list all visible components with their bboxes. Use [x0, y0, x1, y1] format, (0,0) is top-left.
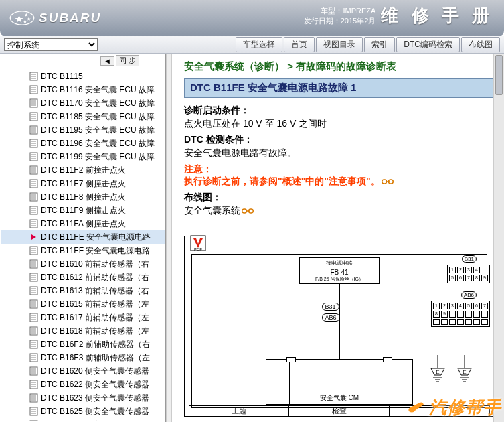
tree-item-DTCB1613[interactable]: DTC B1613 前辅助传感器（右 — [1, 284, 165, 297]
tree-item-DTCB1620[interactable]: DTC B1620 侧安全气囊传感器 — [1, 364, 165, 378]
link-icon[interactable] — [242, 207, 254, 215]
tree-item-DTCB11FA[interactable]: DTC B11FA 侧撞击点火 — [1, 217, 165, 230]
tree-item-DTCB1610[interactable]: DTC B1610 前辅助传感器（右 — [1, 257, 165, 271]
nav-首页[interactable]: 首页 — [284, 37, 315, 52]
tree-item-DTCB11F2[interactable]: DTC B11F2 前撞击点火 — [1, 163, 165, 177]
page-title: DTC B11FE 安全气囊电源电路故障 1 — [184, 78, 495, 98]
pinout-ab6: 123456789 — [431, 301, 490, 327]
header-meta: 车型：IMPREZA 发行日期：2015年2月 维 修 手 册 — [304, 4, 493, 27]
diag-start-text: 点火电压处在 10 V 至 16 V 之间时 — [184, 118, 495, 130]
app-header: SUBARU 车型：IMPREZA 发行日期：2015年2月 维 修 手 册 — [0, 0, 504, 36]
link-icon[interactable] — [382, 178, 394, 186]
nav-索引[interactable]: 索引 — [364, 37, 395, 52]
ground-icon: E — [428, 355, 448, 383]
main-area: ◄ 同 步 DTC B1115 DTC B1116 安全气囊 ECU 故障DTC… — [0, 54, 504, 422]
svg-marker-53 — [31, 234, 36, 240]
svg-marker-2 — [24, 13, 28, 17]
diag-start-label: 诊断启动条件： — [184, 104, 495, 117]
nav-视图目录[interactable]: 视图目录 — [316, 37, 363, 52]
tree-item-DTCB11FF[interactable]: DTC B11FF 安全气囊电源电路 — [1, 244, 165, 257]
content-pane: 安全气囊系统（诊断） > 有故障码的故障诊断表 DTC B11FE 安全气囊电源… — [172, 54, 504, 422]
watermark: 汽修帮手 — [406, 396, 501, 419]
dtc-detect-text: 安全气囊电源电路有故障。 — [184, 147, 495, 159]
svg-marker-3 — [27, 17, 31, 21]
nav-车型选择[interactable]: 车型选择 — [236, 37, 282, 52]
svg-text:E: E — [436, 369, 439, 375]
sync-bar: ◄ 同 步 — [0, 54, 165, 68]
main-scrollbar[interactable] — [493, 54, 504, 422]
brand-logo-group: SUBARU — [9, 10, 101, 26]
sync-prev-button[interactable]: ◄ — [100, 56, 114, 66]
breadcrumb: 安全气囊系统（诊断） > 有故障码的故障诊断表 — [184, 60, 495, 73]
tree-item-DTCB11F8[interactable]: DTC B11F8 侧撞击点火 — [1, 190, 165, 204]
tree-item-DTCB1196[interactable]: DTC B1196 安全气囊 ECU 故障 — [1, 137, 165, 150]
tree-item-DTCB1618[interactable]: DTC B1618 前辅助传感器（左 — [1, 324, 165, 338]
svg-text:E: E — [463, 369, 466, 375]
dtc-detect-label: DTC 检测条件： — [184, 134, 495, 146]
sync-button[interactable]: 同 步 — [116, 55, 139, 66]
svg-marker-4 — [23, 20, 27, 23]
warning-text: 执行诊断之前，请参阅"概述"中的"注意事项"。 — [184, 175, 495, 188]
wiring-text: 安全气囊系统 — [184, 205, 495, 217]
tree-item-DTCB1627[interactable]: DTC B1627 侧安全气囊传感器 — [1, 418, 165, 421]
tree-item-DTCB11F9[interactable]: DTC B11F9 侧撞击点火 — [1, 204, 165, 217]
pinout-ab6-label: AB6 — [461, 291, 477, 299]
pinout-b31: 123456789 — [447, 265, 490, 283]
wiring-diagram: 接电源电路 FB-41 F/B 25 号保险丝（IG） B31 AB6 安全气囊… — [184, 236, 495, 417]
tree-item-DTCB1617[interactable]: DTC B1617 前辅助传感器（左 — [1, 311, 165, 324]
power-supply-box: 接电源电路 FB-41 F/B 25 号保险丝（IG） — [299, 257, 380, 284]
airbag-cm-box: 安全气囊 CM — [266, 359, 413, 405]
tree-item-DTCB1623[interactable]: DTC B1623 侧安全气囊传感器 — [1, 391, 165, 405]
pinout-b31-label: B31 — [462, 255, 477, 263]
date-label: 发行日期： — [304, 17, 341, 25]
tree-item-DTCB1625[interactable]: DTC B1625 侧安全气囊传感器 — [1, 405, 165, 418]
tree-item-DTCB1612[interactable]: DTC B1612 前辅助传感器（右 — [1, 271, 165, 284]
manual-title: 维 修 手 册 — [381, 4, 493, 27]
model-label: 车型： — [321, 7, 343, 15]
mid-scrollbar[interactable] — [166, 54, 172, 422]
nav-布线图[interactable]: 布线图 — [461, 37, 500, 52]
tree-item-DTCB1195[interactable]: DTC B1195 安全气囊 ECU 故障 — [1, 123, 165, 137]
warning-label: 注意： — [184, 163, 495, 175]
connector-b31: B31 — [322, 303, 339, 311]
tree-item-DTCB1615[interactable]: DTC B1615 前辅助传感器（左 — [1, 297, 165, 311]
tree-item-DTCB1199[interactable]: DTC B1199 安全气囊 ECU 故障 — [1, 150, 165, 163]
pdf-icon[interactable]: PDF — [189, 234, 207, 252]
connector-ab6: AB6 — [322, 313, 340, 322]
system-dropdown[interactable]: 控制系统 — [4, 38, 98, 51]
wiring-label: 布线图： — [184, 192, 495, 204]
svg-marker-1 — [15, 15, 23, 23]
tree-item-DTCB11FE[interactable]: DTC B11FE 安全气囊电源电路 — [1, 230, 165, 244]
dtc-tree[interactable]: DTC B1115 DTC B1116 安全气囊 ECU 故障DTC B1170… — [0, 68, 165, 421]
svg-text:PDF: PDF — [194, 247, 202, 251]
tree-item-DTCB11F7[interactable]: DTC B11F7 侧撞击点火 — [1, 177, 165, 190]
model-value: IMPREZA — [343, 7, 375, 15]
wrench-icon — [406, 399, 426, 417]
toolbar: 控制系统 车型选择首页视图目录索引DTC编码检索布线图 — [0, 36, 504, 54]
tree-item-DTCB1622[interactable]: DTC B1622 侧安全气囊传感器 — [1, 378, 165, 391]
tree-item-DTCB1185[interactable]: DTC B1185 安全气囊 ECU 故障 — [1, 110, 165, 123]
brand-text: SUBARU — [39, 11, 101, 25]
date-value: 2015年2月 — [341, 17, 376, 25]
tree-item-DTCB16F3[interactable]: DTC B16F3 前辅助传感器（左 — [1, 351, 165, 364]
tree-item-DTCB1115[interactable]: DTC B1115 — [1, 70, 165, 83]
ground-icon: E — [454, 355, 475, 383]
subaru-star-icon — [9, 10, 35, 26]
tree-item-DTCB1170[interactable]: DTC B1170 安全气囊 ECU 故障 — [1, 96, 165, 110]
nav-button-group: 车型选择首页视图目录索引DTC编码检索布线图 — [236, 37, 500, 52]
tree-item-DTCB16F2[interactable]: DTC B16F2 前辅助传感器（右 — [1, 338, 165, 351]
sidebar: ◄ 同 步 DTC B1115 DTC B1116 安全气囊 ECU 故障DTC… — [0, 54, 166, 422]
tree-item-DTCB1116[interactable]: DTC B1116 安全气囊 ECU 故障 — [1, 83, 165, 96]
nav-DTC编码检索[interactable]: DTC编码检索 — [396, 37, 460, 52]
